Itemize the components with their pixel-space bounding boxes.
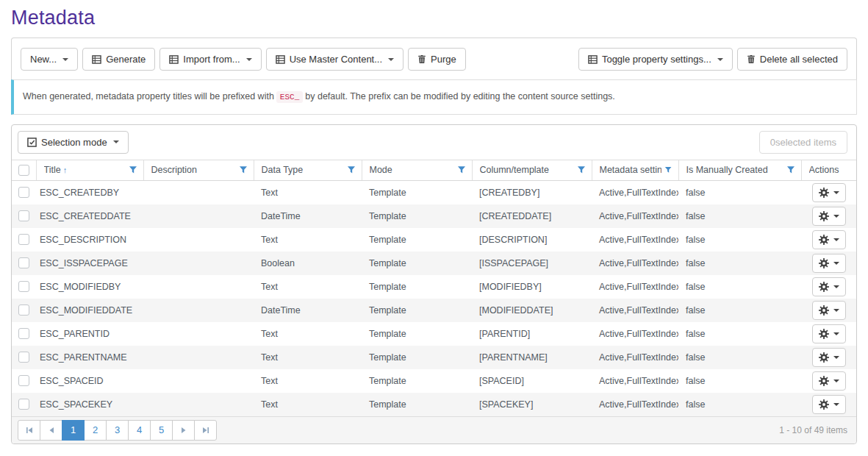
description-cell bbox=[143, 275, 254, 299]
metadata-table: Title↑ Description Data Type Mode bbox=[12, 160, 856, 416]
row-checkbox[interactable] bbox=[18, 375, 29, 386]
gear-icon bbox=[819, 235, 829, 245]
row-actions-button[interactable] bbox=[812, 348, 846, 367]
title-cell: ESC_SPACEID bbox=[36, 369, 143, 393]
filter-icon[interactable] bbox=[577, 165, 586, 174]
column-header-is-manually-created[interactable]: Is Manually Created bbox=[678, 160, 801, 181]
selection-mode-button[interactable]: Selection mode bbox=[18, 131, 129, 154]
import-from-button[interactable]: Import from... bbox=[159, 48, 261, 71]
row-checkbox[interactable] bbox=[18, 210, 29, 221]
generate-button[interactable]: Generate bbox=[82, 48, 155, 71]
is-manually-created-cell: false bbox=[678, 346, 801, 369]
column-template-cell: [MODIFIEDDATE] bbox=[472, 299, 592, 322]
row-checkbox[interactable] bbox=[18, 187, 29, 198]
row-checkbox[interactable] bbox=[18, 234, 29, 245]
use-master-content-button-label: Use Master Content... bbox=[290, 54, 382, 65]
row-checkbox[interactable] bbox=[18, 328, 29, 339]
new-button[interactable]: New... bbox=[21, 48, 78, 71]
selected-items-count: 0selected items bbox=[759, 131, 847, 154]
pager-prev-button[interactable] bbox=[40, 420, 62, 441]
column-header-metadata-settings[interactable]: Metadata settings bbox=[592, 160, 678, 181]
chevron-down-icon bbox=[833, 285, 839, 288]
data-type-cell: Boolean bbox=[254, 252, 362, 275]
description-cell bbox=[143, 252, 254, 275]
data-type-cell: Text bbox=[254, 275, 362, 299]
select-all-checkbox[interactable] bbox=[18, 165, 29, 176]
purge-button-label: Purge bbox=[431, 54, 456, 65]
column-header-actions: Actions bbox=[801, 160, 856, 181]
row-actions-button[interactable] bbox=[812, 207, 846, 226]
description-cell bbox=[143, 369, 254, 393]
use-master-content-button[interactable]: Use Master Content... bbox=[266, 48, 403, 71]
title-cell: ESC_ISSPACEPAGE bbox=[36, 252, 143, 275]
filter-icon[interactable] bbox=[347, 165, 356, 174]
column-header-description[interactable]: Description bbox=[143, 160, 254, 181]
data-type-cell: Text bbox=[254, 393, 362, 416]
chevron-down-icon bbox=[833, 309, 839, 312]
pager-page-1[interactable]: 1 bbox=[62, 420, 85, 441]
mode-cell: Template bbox=[362, 322, 472, 346]
filter-icon[interactable] bbox=[129, 165, 137, 174]
toggle-property-settings-button[interactable]: Toggle property settings... bbox=[578, 48, 733, 71]
column-header-column-template[interactable]: Column/template bbox=[472, 160, 592, 181]
row-actions-button[interactable] bbox=[812, 371, 846, 391]
metadata-settings-cell: Active,FullTextIndex bbox=[592, 228, 678, 252]
toggle-property-settings-label: Toggle property settings... bbox=[602, 54, 711, 65]
row-checkbox[interactable] bbox=[18, 281, 29, 292]
pager-last-button[interactable] bbox=[194, 420, 217, 441]
pager-page-2[interactable]: 2 bbox=[84, 420, 107, 441]
row-checkbox[interactable] bbox=[18, 304, 29, 316]
new-button-label: New... bbox=[30, 54, 57, 65]
pager-next-button[interactable] bbox=[172, 420, 195, 441]
column-header-mode[interactable]: Mode bbox=[362, 160, 472, 181]
chevron-down-icon bbox=[62, 58, 68, 61]
gear-icon bbox=[819, 376, 829, 386]
title-cell: ESC_CREATEDDATE bbox=[36, 204, 143, 228]
delete-all-selected-button[interactable]: Delete all selected bbox=[737, 48, 847, 71]
row-actions-button[interactable] bbox=[812, 277, 846, 296]
pager-page-4[interactable]: 4 bbox=[128, 420, 151, 441]
is-manually-created-cell: false bbox=[678, 322, 801, 346]
purge-button[interactable]: Purge bbox=[408, 48, 466, 71]
pager-page-3[interactable]: 3 bbox=[106, 420, 129, 441]
filter-icon[interactable] bbox=[664, 165, 672, 174]
pager: 1 2 3 4 5 1 - 10 of 49 items bbox=[12, 416, 856, 443]
data-type-cell: DateTime bbox=[254, 204, 362, 228]
description-cell bbox=[143, 322, 254, 346]
column-template-cell: [CREATEDDATE] bbox=[472, 204, 592, 228]
title-cell: ESC_MODIFIEDBY bbox=[36, 275, 143, 299]
row-actions-button[interactable] bbox=[812, 254, 846, 273]
is-manually-created-cell: false bbox=[678, 369, 801, 393]
selection-mode-label: Selection mode bbox=[41, 137, 107, 148]
table-row: ESC_SPACEKEY Text Template [SPACEKEY] Ac… bbox=[12, 393, 856, 416]
column-template-cell: [PARENTNAME] bbox=[472, 346, 592, 369]
metadata-page: Metadata New... Generate Import from... … bbox=[0, 7, 868, 444]
pager-first-button[interactable] bbox=[18, 420, 40, 441]
data-type-cell: Text bbox=[254, 181, 362, 204]
pager-last-icon bbox=[202, 427, 209, 434]
column-header-data-type[interactable]: Data Type bbox=[254, 160, 362, 181]
chevron-down-icon bbox=[246, 58, 252, 61]
column-header-title[interactable]: Title↑ bbox=[36, 160, 143, 181]
row-actions-button[interactable] bbox=[812, 183, 846, 202]
table-row: ESC_DESCRIPTION Text Template [DESCRIPTI… bbox=[12, 228, 856, 252]
row-checkbox[interactable] bbox=[18, 399, 29, 410]
chevron-down-icon bbox=[833, 262, 839, 265]
notice-text-after: by default. The prefix can be modified b… bbox=[305, 91, 615, 101]
row-actions-button[interactable] bbox=[812, 301, 846, 320]
column-template-cell: [ISSPACEPAGE] bbox=[472, 252, 592, 275]
filter-icon[interactable] bbox=[786, 165, 795, 174]
filter-icon[interactable] bbox=[457, 165, 466, 174]
data-type-cell: Text bbox=[254, 228, 362, 252]
row-actions-button[interactable] bbox=[812, 324, 846, 343]
gear-icon bbox=[819, 399, 829, 410]
pager-page-5[interactable]: 5 bbox=[150, 420, 173, 441]
filter-icon[interactable] bbox=[239, 165, 248, 174]
metadata-settings-cell: Active,FullTextIndex bbox=[592, 275, 678, 299]
metadata-settings-cell: Active,FullTextIndex bbox=[592, 322, 678, 346]
row-actions-button[interactable] bbox=[812, 230, 846, 249]
gear-icon bbox=[819, 352, 829, 363]
row-actions-button[interactable] bbox=[812, 395, 846, 414]
row-checkbox[interactable] bbox=[18, 257, 29, 268]
row-checkbox[interactable] bbox=[18, 352, 29, 363]
